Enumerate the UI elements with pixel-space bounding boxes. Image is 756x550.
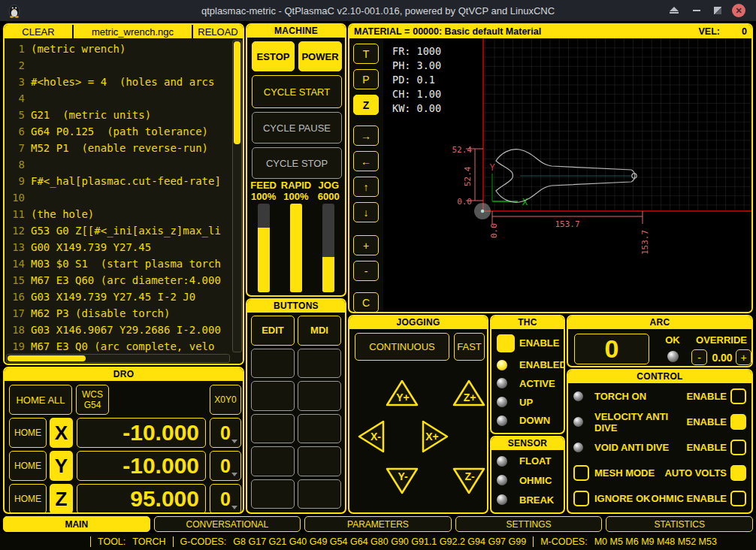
gcode-vertical-scrollbar[interactable] [232, 40, 242, 352]
clear-button[interactable]: CLEAR [5, 25, 72, 38]
gcode-line[interactable]: 5G21 (metric units) [7, 107, 230, 123]
control-ignore-ok-ohmic-enable-checkbox[interactable] [730, 491, 746, 506]
estop-button[interactable]: ESTOP [252, 41, 295, 71]
pan-right-button[interactable]: → [353, 125, 379, 146]
home-x-button[interactable]: HOME [9, 418, 47, 448]
gcode-line[interactable]: 19M67 E3 Q0 (arc complete, velo [7, 338, 230, 352]
user-button-edit[interactable]: EDIT [251, 316, 295, 346]
user-button-empty[interactable] [251, 446, 295, 476]
home-y-button[interactable]: HOME [9, 451, 47, 481]
clear-plot-button[interactable]: C [353, 292, 379, 313]
shade-button[interactable] [667, 4, 681, 17]
gcode-line[interactable]: 18G03 X146.9067 Y29.2686 I-2.000 [7, 322, 230, 338]
close-button[interactable]: ✕ [732, 4, 745, 17]
gcode-line[interactable]: 11(the hole) [7, 206, 230, 222]
view-perspective-button[interactable]: P [353, 69, 379, 89]
scrollbar-thumb[interactable] [234, 41, 240, 144]
gcode-line[interactable]: 16G03 X149.739 Y27.45 I-2 J0 [7, 289, 230, 305]
user-button-empty[interactable] [251, 479, 295, 509]
gcode-line[interactable]: 10 [7, 189, 230, 206]
gcode-line[interactable]: 12G53 G0 Z[[#<_ini[axis_z]max_li [7, 222, 230, 239]
slider-jog[interactable] [322, 204, 334, 292]
slider-rapid[interactable] [290, 204, 302, 292]
user-buttons-grid: EDITMDI [251, 316, 341, 509]
jog-x-plus-button[interactable]: X+ [420, 419, 450, 454]
gcode-line[interactable]: 17M62 P3 (disable torch) [7, 305, 230, 322]
axis-z-button[interactable]: Z [50, 484, 73, 514]
jog-fast-button[interactable]: FAST [454, 333, 485, 361]
x0y0-button[interactable]: X0Y0 [210, 385, 241, 415]
user-button-empty[interactable] [251, 349, 295, 379]
override-minus-button[interactable]: - [691, 349, 707, 365]
gcode-line[interactable]: 9F#<_hal[plasmac.cut-feed-rate] [7, 173, 230, 189]
tab-parameters[interactable]: PARAMETERS [304, 516, 452, 532]
pan-down-button[interactable]: ↓ [353, 202, 379, 222]
user-button-empty[interactable] [251, 414, 295, 444]
control-void-anti-dive-enable-checkbox[interactable] [730, 440, 746, 455]
user-button-empty[interactable] [298, 349, 341, 379]
maximize-button[interactable] [711, 4, 724, 17]
gcode-line[interactable]: 8 [7, 156, 230, 173]
dro-z-combo[interactable]: 0 [210, 484, 241, 514]
gcode-line[interactable]: 2 [7, 57, 230, 74]
control-mesh-mode-checkbox[interactable] [573, 465, 589, 481]
user-button-empty[interactable] [298, 414, 341, 444]
jog-x-minus-button[interactable]: X- [356, 419, 386, 454]
view-z-button[interactable]: Z [353, 95, 379, 115]
tab-conversational[interactable]: CONVERSATIONAL [154, 516, 301, 532]
jog-y-plus-button[interactable]: Y+ [385, 378, 419, 408]
power-button[interactable]: POWER [298, 41, 342, 71]
home-all-button[interactable]: HOME ALL [9, 385, 72, 415]
combo-value: 0 [220, 422, 231, 444]
cycle-stop-button[interactable]: CYCLE STOP [252, 147, 342, 179]
slider-feed[interactable] [258, 204, 270, 292]
tab-settings[interactable]: SETTINGS [455, 516, 603, 532]
tab-statistics[interactable]: STATISTICS [606, 516, 753, 532]
pan-left-button[interactable]: ← [353, 151, 379, 171]
thc-enable-checkbox[interactable] [497, 334, 515, 352]
gcode-line[interactable]: 13G00 X149.739 Y27.45 [7, 239, 230, 255]
gcode-line[interactable]: 14M03 $0 S1 (start plasma torch [7, 255, 230, 272]
user-button-empty[interactable] [298, 446, 341, 476]
gcode-line[interactable]: 1(metric wrench) [7, 41, 230, 57]
control-torch-on-enable-checkbox[interactable] [730, 388, 746, 404]
home-z-button[interactable]: HOME [9, 484, 47, 514]
user-button-empty[interactable] [298, 479, 341, 509]
tab-main[interactable]: MAIN [3, 516, 150, 532]
axis-x-button[interactable]: X [50, 418, 73, 448]
user-button-empty[interactable] [298, 381, 341, 411]
cycle-start-button[interactable]: CYCLE START [252, 75, 342, 108]
gcode-listing[interactable]: 1(metric wrench)23#<holes> = 4 (holes an… [7, 41, 230, 352]
reload-button[interactable]: RELOAD [193, 25, 243, 38]
user-button-empty[interactable] [251, 381, 295, 411]
jog-y-minus-button[interactable]: Y- [385, 466, 419, 496]
wcs-button[interactable]: WCS G54 [76, 385, 109, 415]
gcode-line[interactable]: 3#<holes> = 4 (holes and arcs [7, 74, 230, 90]
gcode-horizontal-scrollbar[interactable] [6, 354, 230, 363]
scrollbar-thumb[interactable] [8, 355, 86, 361]
axis-y-button[interactable]: Y [50, 451, 73, 481]
control-velocity-anti-dive-enable-checkbox[interactable] [730, 414, 746, 430]
preview-canvas[interactable]: 52.4 52.4 0.0 0.0 153.7 153.7 X Y FR: 10… [383, 38, 751, 312]
jog-z-minus-button[interactable]: Z- [452, 466, 486, 496]
gcode-line[interactable]: 6G64 P0.125 (path tolerance) [7, 123, 230, 140]
user-button-mdi[interactable]: MDI [298, 316, 341, 346]
zoom-out-button[interactable]: - [353, 261, 379, 281]
gcode-line[interactable]: 7M52 P1 (enable reverse-run) [7, 140, 230, 156]
gcode-line[interactable]: 4 [7, 90, 230, 107]
pan-up-button[interactable]: ↑ [353, 177, 379, 197]
jog-continuous-button[interactable]: CONTINUOUS [355, 333, 449, 361]
cycle-pause-button[interactable]: CYCLE PAUSE [252, 112, 342, 144]
minimize-button[interactable] [690, 4, 703, 17]
override-plus-button[interactable]: + [736, 349, 751, 365]
control-ignore-ok-checkbox[interactable] [573, 491, 589, 506]
view-top-button[interactable]: T [353, 44, 379, 64]
gcode-view[interactable]: 1(metric wrench)23#<holes> = 4 (holes an… [5, 38, 243, 364]
dro-x-combo[interactable]: 0 [210, 418, 241, 448]
gcode-line[interactable]: 15M67 E3 Q60 (arc diameter:4.000 [7, 272, 230, 289]
zoom-in-button[interactable]: + [353, 235, 379, 255]
material-selector[interactable]: 00000: Basic default Material [413, 26, 541, 37]
dro-y-combo[interactable]: 0 [210, 451, 241, 481]
control-mesh-mode-auto-volts-checkbox[interactable] [730, 465, 746, 481]
jog-z-plus-button[interactable]: Z+ [452, 378, 486, 408]
